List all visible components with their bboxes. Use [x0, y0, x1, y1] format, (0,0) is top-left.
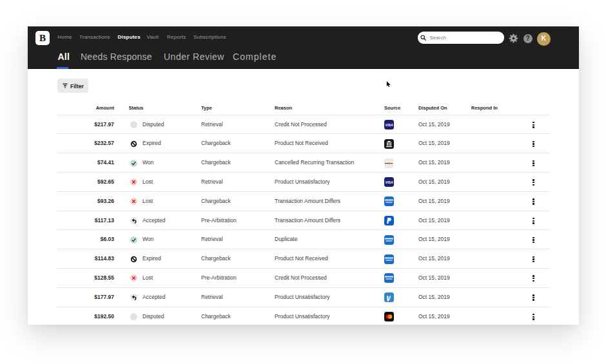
svg-text:VISA: VISA: [386, 123, 393, 127]
svg-text:VISA: VISA: [386, 180, 393, 184]
